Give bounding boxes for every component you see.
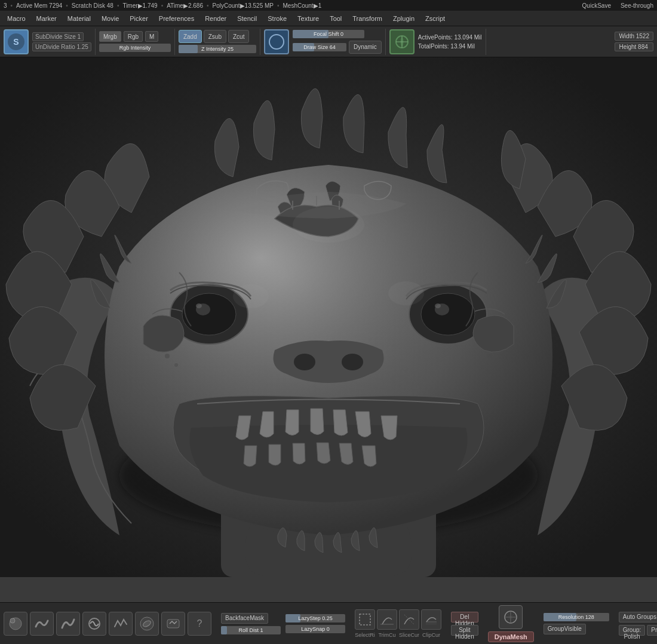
- status-polycount: PolyCount▶13.525 MP: [212, 2, 274, 9]
- zadd-button[interactable]: Zadd: [179, 30, 202, 43]
- status-scratch-disk: Scratch Disk 48: [72, 2, 113, 9]
- draw-size-label: Draw Size 64: [293, 43, 346, 51]
- auto-groups-button[interactable]: Auto Groups: [619, 612, 657, 622]
- backface-mask-button[interactable]: BackfaceMask: [221, 613, 268, 624]
- slice-curve-icon[interactable]: [399, 609, 419, 630]
- select-rect-label: SelectRi: [355, 632, 375, 638]
- dynamesh-icon[interactable]: [499, 605, 523, 629]
- sep4: [385, 29, 386, 55]
- select-rect-icon[interactable]: [355, 609, 375, 630]
- status-atime: ATime▶2.686: [167, 2, 203, 9]
- dynamic-button[interactable]: Dynamic: [349, 41, 382, 54]
- dynamesh-button[interactable]: DynaMesh: [488, 631, 534, 642]
- svg-point-22: [388, 281, 424, 305]
- mrgb-button[interactable]: Mrgb: [99, 31, 121, 42]
- svg-point-17: [165, 354, 170, 358]
- svg-point-15: [294, 354, 315, 370]
- zadd-group: Zadd Zsub Zcut: [179, 30, 256, 43]
- backface-controls: BackfaceMask Roll Dist 1: [221, 613, 281, 634]
- seethrough-button[interactable]: See-through: [621, 2, 653, 9]
- height-display[interactable]: Height 884: [615, 42, 653, 51]
- brush-icons: ?: [4, 612, 211, 636]
- rgb-button[interactable]: Rgb: [124, 31, 143, 42]
- resolution-label: Resolution 128: [544, 613, 609, 621]
- menu-zplugin[interactable]: Zplugin: [388, 14, 419, 23]
- menu-tool[interactable]: Tool: [325, 14, 346, 23]
- rgb-intensity-slider[interactable]: Rgb Intensity: [99, 44, 171, 52]
- lazy-snap-label: LazySnap 0: [285, 625, 345, 633]
- question-brush-icon[interactable]: ?: [188, 612, 211, 636]
- orb-cr-brush-icon[interactable]: [135, 612, 159, 636]
- z-intensity-slider[interactable]: Z Intensity 25: [179, 45, 256, 53]
- resolution-group: Resolution 128 GroupVisible: [544, 613, 609, 634]
- svg-point-16: [342, 354, 363, 370]
- sep1: [95, 29, 96, 55]
- group-visible-button[interactable]: GroupVisible: [544, 624, 586, 634]
- menu-stencil[interactable]: Stencil: [232, 14, 262, 23]
- zcut-button[interactable]: Zcut: [228, 30, 249, 43]
- draw-size-slider[interactable]: Draw Size 64: [293, 43, 346, 51]
- subdiv-group: SubDivide Size 1 UnDivide Ratio 1.25: [32, 32, 91, 51]
- split-hidden-button[interactable]: Split Hidden: [451, 625, 478, 636]
- inflate-brush-icon[interactable]: [4, 612, 27, 636]
- lazy-controls: LazyStep 0.25 LazySnap 0: [285, 614, 345, 633]
- undivide-ratio-label[interactable]: UnDivide Ratio 1.25: [32, 42, 91, 51]
- snakec-brush-icon[interactable]: [82, 612, 106, 636]
- status-timer: Timer▶1.749: [122, 2, 157, 9]
- canvas-area[interactable]: [0, 57, 657, 577]
- del-hidden-button[interactable]: Del Hidden: [451, 612, 478, 622]
- monste-brush-icon[interactable]: [161, 612, 185, 636]
- intensity-group: Zadd Zsub Zcut Z Intensity 25: [179, 30, 256, 53]
- menu-transform[interactable]: Transform: [348, 14, 387, 23]
- svg-line-32: [404, 615, 414, 624]
- points-svg: [394, 33, 410, 50]
- snakeh2-brush-icon[interactable]: [56, 612, 80, 636]
- roll-dist-slider[interactable]: Roll Dist 1: [221, 626, 281, 634]
- bottom-bar: ? BackfaceMask Roll Dist 1 LazyStep 0.25…: [0, 602, 657, 644]
- project-button[interactable]: Project: [647, 625, 657, 636]
- menu-render[interactable]: Render: [200, 14, 231, 23]
- lazy-step-label: LazyStep 0.25: [285, 614, 345, 622]
- menu-material[interactable]: Material: [63, 14, 96, 23]
- resolution-slider[interactable]: Resolution 128: [544, 613, 609, 621]
- trim-curve-icon[interactable]: [377, 609, 397, 630]
- status-num: 3: [4, 2, 7, 9]
- focal-circle: [269, 34, 284, 50]
- menu-stroke[interactable]: Stroke: [263, 14, 291, 23]
- subdivide-size-label[interactable]: SubDivide Size 1: [32, 32, 84, 41]
- rgb-group: Mrgb Rgb M Rgb Intensity: [99, 31, 171, 52]
- width-display[interactable]: Width 1522: [615, 32, 653, 41]
- menu-picker[interactable]: Picker: [125, 14, 153, 23]
- sep3: [260, 29, 260, 55]
- menu-macro[interactable]: Macro: [2, 14, 30, 23]
- clip-curve-icon[interactable]: [421, 609, 441, 630]
- rugasb-brush-icon[interactable]: [109, 612, 133, 636]
- lazy-step-slider[interactable]: LazyStep 0.25: [285, 614, 345, 622]
- menu-marker[interactable]: Marker: [32, 14, 62, 23]
- svg-point-25: [10, 618, 15, 623]
- menu-preferences[interactable]: Preferences: [154, 14, 199, 23]
- focal-shift-slider[interactable]: Focal Shift 0: [293, 30, 364, 38]
- menu-texture[interactable]: Texture: [293, 14, 324, 23]
- focal-shift-label: Focal Shift 0: [293, 30, 364, 38]
- menu-zscript[interactable]: Zscript: [420, 14, 450, 23]
- group-polish-button[interactable]: Group: Polish: [619, 625, 646, 636]
- total-points: TotalPoints: 13.94 Mil: [418, 43, 482, 50]
- points-section: ActivePoints: 13.094 Mil TotalPoints: 13…: [389, 29, 482, 54]
- toolbar: S SubDivide Size 1 UnDivide Ratio 1.25 M…: [0, 26, 657, 57]
- focal-icon[interactable]: [264, 29, 289, 54]
- quicksave-button[interactable]: QuickSave: [582, 2, 611, 9]
- menu-movie[interactable]: Movie: [97, 14, 124, 23]
- points-labels: ActivePoints: 13.094 Mil TotalPoints: 13…: [418, 34, 482, 50]
- zsub-button[interactable]: Zsub: [204, 30, 226, 43]
- svg-rect-30: [360, 614, 370, 625]
- menu-bar: Macro Marker Material Movie Picker Prefe…: [0, 11, 657, 26]
- brush-icon[interactable]: S: [4, 29, 29, 54]
- active-points: ActivePoints: 13.094 Mil: [418, 34, 482, 41]
- snakeh1-brush-icon[interactable]: [30, 612, 54, 636]
- autogroups-group: Auto Groups Elastic Group: Polish Projec…: [619, 612, 657, 636]
- lazy-snap-slider[interactable]: LazySnap 0: [285, 625, 345, 633]
- m-button[interactable]: M: [145, 31, 158, 42]
- clip-curve-label: ClipCur: [421, 632, 441, 638]
- clip-controls: SelectRi TrimCu SliceCur ClipCur: [355, 609, 441, 638]
